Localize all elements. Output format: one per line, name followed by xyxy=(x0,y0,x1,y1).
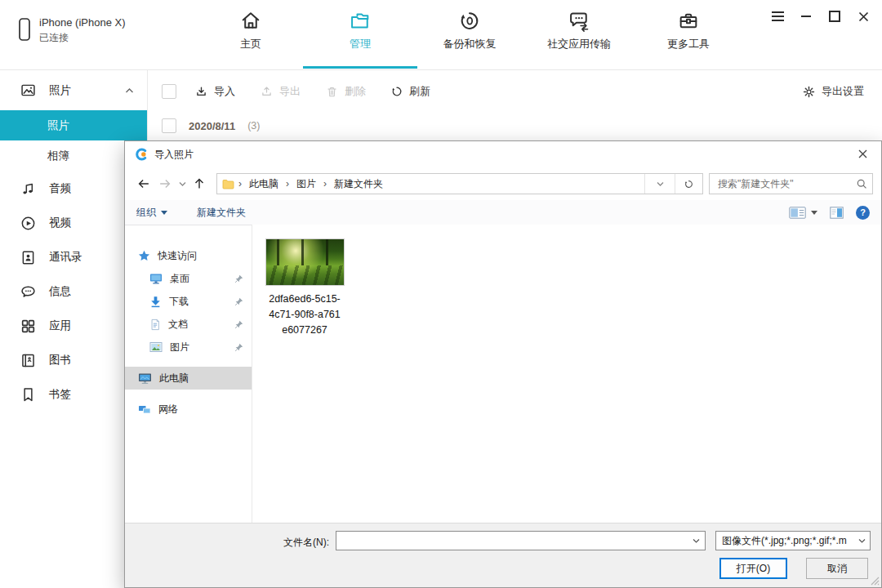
address-refresh-icon[interactable] xyxy=(675,174,702,194)
download-arrow-icon xyxy=(149,296,162,308)
close-button[interactable] xyxy=(856,9,871,24)
sidebar-group-photos[interactable]: 照片 xyxy=(0,70,147,110)
thumbnail-forest-art xyxy=(266,239,344,265)
import-label: 导入 xyxy=(214,84,235,99)
export-settings-label: 导出设置 xyxy=(822,84,864,99)
search-input[interactable] xyxy=(716,177,856,190)
cancel-button[interactable]: 取消 xyxy=(806,558,868,579)
manage-folder-icon xyxy=(349,9,372,32)
main-nav-tabs: 主页 管理 备份和恢复 社交应用传输 xyxy=(196,7,743,51)
address-dropdown-chevron-icon[interactable] xyxy=(644,174,675,194)
star-icon xyxy=(138,250,150,262)
photos-icon xyxy=(20,82,37,99)
device-info: iPhone (iPhone X) 已连接 xyxy=(18,16,126,45)
this-pc-icon xyxy=(138,372,152,385)
dialog-places-sidebar: 快速访问 桌面 下载 xyxy=(125,225,252,523)
file-list-area[interactable]: 2dfa6ed6-5c15- 4c71-90f8-a761 e6077267 xyxy=(252,225,881,523)
sidebar-item-label: 相簿 xyxy=(47,149,69,163)
new-folder-button[interactable]: 新建文件夹 xyxy=(197,206,246,220)
tab-home[interactable]: 主页 xyxy=(196,7,305,51)
search-icon[interactable] xyxy=(856,178,867,189)
place-quick-access[interactable]: 快速访问 xyxy=(125,244,252,267)
export-icon xyxy=(260,85,274,99)
breadcrumb: › 此电脑 › 图片 › 新建文件夹 xyxy=(217,174,644,194)
sidebar-item-photos[interactable]: 照片 xyxy=(0,110,147,140)
tab-label: 备份和恢复 xyxy=(443,37,497,51)
tab-backup-restore[interactable]: 备份和恢复 xyxy=(415,7,524,51)
place-desktop[interactable]: 桌面 xyxy=(125,267,252,290)
pin-icon xyxy=(234,297,243,306)
breadcrumb-this-pc[interactable]: 此电脑 xyxy=(246,177,282,191)
contact-card-icon xyxy=(20,249,37,266)
sidebar-item-label: 信息 xyxy=(49,284,71,299)
tab-manage[interactable]: 管理 xyxy=(305,7,415,51)
change-view-button[interactable] xyxy=(789,207,817,219)
dialog-body: 快速访问 桌面 下载 xyxy=(125,225,881,523)
tab-social-transfer[interactable]: 社交应用传输 xyxy=(524,7,634,51)
menu-icon[interactable] xyxy=(770,9,785,24)
file-name[interactable]: 2dfa6ed6-5c15- 4c71-90f8-a761 e6077267 xyxy=(256,292,354,338)
document-icon xyxy=(149,318,161,331)
book-icon xyxy=(20,352,37,369)
window-controls xyxy=(770,9,871,24)
breadcrumb-separator: › xyxy=(236,178,244,189)
maximize-button[interactable] xyxy=(827,9,842,24)
filename-dropdown-chevron-icon[interactable] xyxy=(687,538,705,544)
minimize-button[interactable] xyxy=(799,9,813,24)
place-network[interactable]: 网络 xyxy=(125,398,252,421)
dialog-title-bar: 导入照片 xyxy=(125,141,881,167)
pictures-icon xyxy=(149,341,163,353)
tab-label: 管理 xyxy=(350,37,371,51)
filetype-select[interactable]: 图像文件(*.jpg;*.png;*.gif;*.m xyxy=(715,531,871,550)
select-all-checkbox[interactable] xyxy=(162,84,176,99)
pin-icon xyxy=(234,274,243,283)
organize-button[interactable]: 组织 xyxy=(136,206,167,220)
group-checkbox[interactable] xyxy=(162,118,176,133)
tab-label: 更多工具 xyxy=(667,37,710,51)
photo-thumbnail[interactable] xyxy=(265,238,345,286)
back-icon[interactable] xyxy=(133,173,154,194)
tab-label: 社交应用传输 xyxy=(547,37,611,51)
file-name-line: e6077267 xyxy=(256,323,354,338)
thumbnail-shadow-art xyxy=(266,265,344,285)
phone-icon xyxy=(18,16,31,42)
resize-grip[interactable] xyxy=(870,576,880,586)
delete-label: 删除 xyxy=(345,84,366,99)
place-pictures[interactable]: 图片 xyxy=(125,336,252,359)
filetype-chevron-icon xyxy=(853,538,870,544)
recent-locations-chevron-icon[interactable] xyxy=(176,173,189,194)
export-settings-button[interactable]: 导出设置 xyxy=(802,84,864,99)
device-status: 已连接 xyxy=(39,31,126,45)
filename-input[interactable] xyxy=(336,532,687,550)
tab-more-tools[interactable]: 更多工具 xyxy=(634,7,743,51)
dialog-nav-bar: › 此电脑 › 图片 › 新建文件夹 xyxy=(125,167,881,200)
network-icon xyxy=(138,403,151,415)
place-this-pc[interactable]: 此电脑 xyxy=(125,367,252,390)
photos-toolbar: 导入 导出 删除 刷新 导出设置 xyxy=(147,70,882,113)
breadcrumb-pictures[interactable]: 图片 xyxy=(293,177,319,191)
dialog-close-icon[interactable] xyxy=(844,141,881,167)
delete-button[interactable]: 删除 xyxy=(325,84,366,99)
up-icon[interactable] xyxy=(189,173,210,194)
tab-label: 主页 xyxy=(240,37,261,51)
preview-pane-button[interactable] xyxy=(830,207,844,219)
dialog-toolbar: 组织 新建文件夹 ? xyxy=(125,200,881,225)
sidebar-item-label: 通讯录 xyxy=(49,250,82,265)
chevron-up-icon xyxy=(125,87,134,94)
place-label: 下载 xyxy=(169,295,189,309)
place-downloads[interactable]: 下载 xyxy=(125,290,252,313)
filename-combo xyxy=(336,531,706,550)
refresh-button[interactable]: 刷新 xyxy=(390,84,430,99)
export-label: 导出 xyxy=(279,84,301,99)
open-button[interactable]: 打开(O) xyxy=(719,558,787,579)
forward-icon[interactable] xyxy=(154,173,176,194)
sidebar-item-label: 照片 xyxy=(47,118,69,133)
place-documents[interactable]: 文档 xyxy=(125,313,252,336)
home-icon xyxy=(239,9,262,32)
file-name-line: 4c71-90f8-a761 xyxy=(256,307,354,323)
help-button[interactable]: ? xyxy=(856,206,870,220)
export-button[interactable]: 导出 xyxy=(260,84,301,99)
sidebar-group-label: 照片 xyxy=(49,83,113,98)
import-button[interactable]: 导入 xyxy=(194,84,235,99)
breadcrumb-new-folder[interactable]: 新建文件夹 xyxy=(331,177,386,191)
